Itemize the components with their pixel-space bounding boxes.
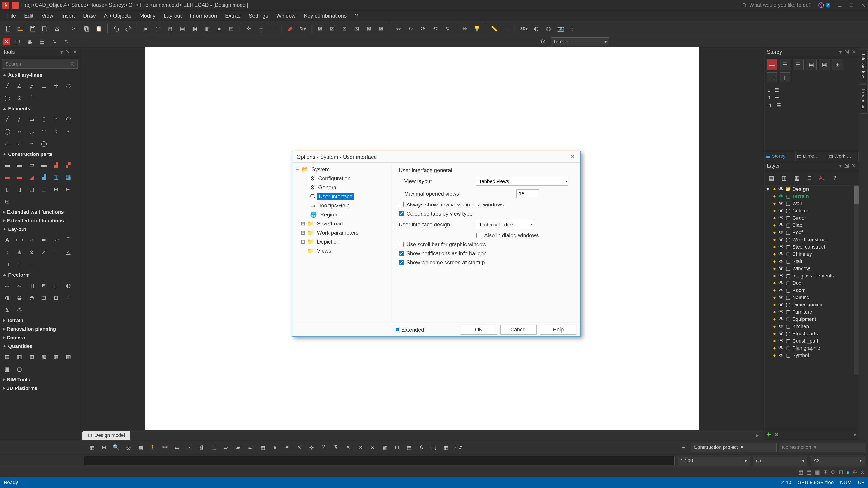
st-ic8[interactable]: ⊕	[852, 469, 857, 475]
lyr-ic6[interactable]: ?	[829, 173, 840, 184]
layer-root[interactable]: ▾●👁📁 Design	[764, 186, 859, 193]
cp-s4-icon[interactable]: ▯	[2, 184, 13, 195]
tb-saveall-icon[interactable]	[40, 24, 50, 34]
q-2-icon[interactable]: ▥	[14, 352, 25, 362]
q-3-icon[interactable]: ▦	[26, 352, 37, 362]
tb-copy-icon[interactable]	[82, 24, 92, 34]
ff-10-icon[interactable]: ⊡	[38, 292, 49, 303]
tb-rot1-icon[interactable]: ↻	[406, 24, 416, 34]
view-tab-design-model[interactable]: Design model	[82, 431, 130, 440]
bt-2-icon[interactable]: ⊞	[99, 442, 109, 452]
storey-ic5[interactable]: ▦	[819, 59, 830, 70]
menu-key-combinations[interactable]: Key combinations	[300, 11, 350, 21]
storey-row[interactable]: 0☰	[767, 94, 855, 102]
tb-edit-icon[interactable]: ✎▾	[298, 24, 308, 34]
layer-row[interactable]: ●👁▢Symbol	[764, 352, 859, 359]
menu-information[interactable]: Information	[186, 11, 221, 21]
lyr-ic3[interactable]: ▦	[792, 173, 802, 184]
cancel-button[interactable]: Cancel	[500, 325, 537, 335]
layer-row[interactable]: ●👁▢Stair	[764, 258, 859, 265]
panel-close-icon[interactable]: ✕	[851, 163, 856, 169]
chk-newwin[interactable]	[399, 202, 404, 207]
tb-win7-icon[interactable]: ▣	[214, 24, 224, 34]
construction-project-dropdown[interactable]: Construction project▾	[691, 443, 777, 452]
el-ell-icon[interactable]: ⬭	[2, 138, 13, 149]
el-polyline-icon[interactable]: 〳	[14, 114, 25, 125]
bt-21-icon[interactable]: ⊼	[331, 442, 341, 452]
bt-12-icon[interactable]: ▱	[221, 442, 231, 452]
tb-win6-icon[interactable]: ▥	[202, 24, 212, 34]
tb-view2-icon[interactable]: ◎	[544, 24, 553, 34]
tb-win4-icon[interactable]: ▤	[178, 24, 187, 34]
chk-scroll[interactable]	[399, 242, 404, 247]
cp-w4-icon[interactable]: ⊟	[63, 184, 74, 195]
st-ic1[interactable]: ▦	[798, 469, 803, 475]
ff-7-icon[interactable]: ◑	[2, 292, 13, 303]
layer-row[interactable]: ●👁▢Door	[764, 280, 859, 287]
tb2-curve-icon[interactable]: ∿	[49, 37, 59, 47]
tree-region[interactable]: 🌐Region	[294, 210, 390, 219]
el-line-icon[interactable]: ╱	[2, 114, 13, 125]
layer-row[interactable]: ●👁▢Girder	[764, 215, 859, 222]
menu-help[interactable]: ?	[350, 11, 362, 21]
section-platforms[interactable]: 3D Platforms	[0, 384, 80, 393]
tb-rot4-icon[interactable]: ⊚	[442, 24, 452, 34]
bt-23-icon[interactable]: ⊗	[355, 442, 365, 452]
menu-extras[interactable]: Extras	[221, 11, 245, 21]
bt-4-icon[interactable]: ◎	[123, 442, 133, 452]
layer-add-icon[interactable]: ✚	[767, 431, 771, 438]
bt-8-icon[interactable]: ▭	[172, 442, 182, 452]
ff-6-icon[interactable]: ◐	[63, 280, 74, 291]
lyr-ic5[interactable]: A↓	[817, 173, 828, 184]
layer-del-icon[interactable]: ✖	[774, 431, 779, 438]
bt-1-icon[interactable]: ▦	[87, 442, 97, 452]
chk-welcome-row[interactable]: Show welcome screen at startup	[399, 258, 574, 267]
storey-ic8[interactable]: ▯	[780, 72, 790, 83]
lo-text-icon[interactable]: A	[2, 234, 13, 246]
tb-redo-icon[interactable]	[123, 24, 133, 34]
layer-row[interactable]: ●👁▢Naming	[764, 294, 859, 301]
st-ic3[interactable]: ▣	[815, 469, 820, 475]
bt-22-icon[interactable]: ✕	[343, 442, 353, 452]
tb-more-icon[interactable]: ⋮	[568, 24, 578, 34]
cp-s1-icon[interactable]: ▟	[38, 172, 49, 183]
bt-28-icon[interactable]: A	[416, 442, 426, 452]
max-views-input[interactable]	[516, 189, 539, 198]
chk-colour[interactable]	[399, 211, 404, 216]
tb-ruler-icon[interactable]: 📏	[489, 24, 499, 34]
menu-window[interactable]: Window	[272, 11, 300, 21]
bt-5-icon[interactable]: ▣	[135, 442, 146, 452]
lo-a3-icon[interactable]: ⊕	[14, 247, 25, 258]
bt-15-icon[interactable]: ▦	[258, 442, 268, 452]
q-1-icon[interactable]: ▤	[2, 352, 13, 362]
lo-dim2-icon[interactable]: ↔	[26, 234, 37, 246]
tb-win1-icon[interactable]: ▣	[141, 24, 151, 34]
layer-row[interactable]: ●👁▢Steel construct	[764, 243, 859, 251]
lo-b3-icon[interactable]: ⊓	[2, 259, 13, 270]
layer-row[interactable]: ●👁▢Dimensioning	[764, 301, 859, 308]
tb-bulb-icon[interactable]: 💡	[472, 24, 482, 34]
bt-14-icon[interactable]: ▱	[246, 442, 255, 452]
storey-ic7[interactable]: ▭	[767, 72, 777, 83]
aux-line-icon[interactable]: ╱	[2, 80, 13, 91]
ff-12-icon[interactable]: ⊹	[63, 292, 74, 303]
command-input[interactable]	[84, 456, 675, 465]
bt-26-icon[interactable]: ⊡	[392, 442, 402, 452]
el-rect2-icon[interactable]: ▯	[38, 114, 49, 125]
scale-dropdown[interactable]: 1:100▾	[678, 456, 750, 465]
unit-dropdown[interactable]: cm▾	[753, 456, 807, 465]
q-5-icon[interactable]: ▨	[51, 352, 61, 362]
tb-view1-icon[interactable]: ◐	[531, 24, 541, 34]
panel-close-icon[interactable]: ✕	[851, 49, 856, 55]
aux-circ2-icon[interactable]: ◯	[2, 93, 13, 103]
tree-config[interactable]: ⚙Configuration	[294, 174, 390, 183]
panel-pin-icon[interactable]: ⇲	[844, 163, 849, 169]
section-aux-lines[interactable]: Auxiliary-lines	[0, 71, 80, 79]
layer-row[interactable]: ●👁▢Room	[764, 287, 859, 294]
ff-4-icon[interactable]: ◩	[38, 280, 49, 291]
bt-18-icon[interactable]: ✕	[294, 442, 304, 452]
cp-roof4-icon[interactable]: ▬	[14, 172, 25, 183]
ff-8-icon[interactable]: ◒	[14, 292, 25, 303]
layer-row[interactable]: ●👁▢Furniture	[764, 308, 859, 316]
tb-rot2-icon[interactable]: ⟳	[418, 24, 428, 34]
